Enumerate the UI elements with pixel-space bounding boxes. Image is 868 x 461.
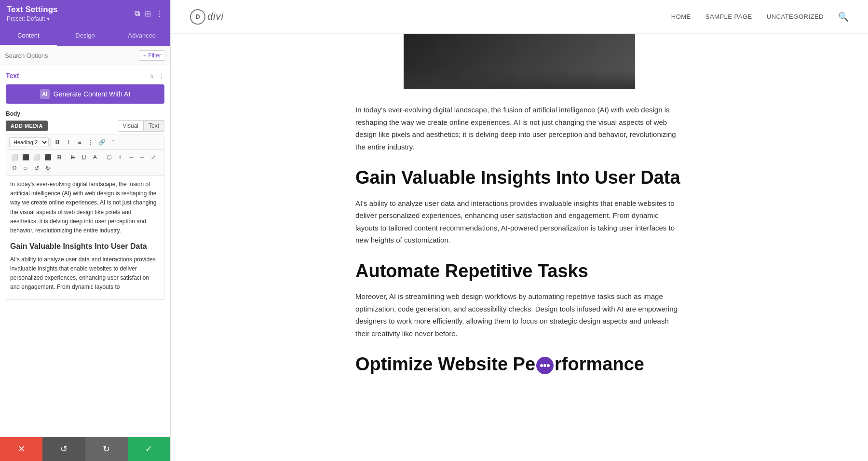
- preview-section-1-heading: Gain Valuable Insights Into User Data: [355, 167, 683, 189]
- copy-icon[interactable]: ⧉: [135, 9, 140, 18]
- redo-editor-button[interactable]: ↻: [42, 163, 53, 174]
- panel-tabs: Content Design Advanced: [0, 26, 170, 46]
- redo-button[interactable]: ↻: [85, 437, 128, 461]
- subscript-button[interactable]: ⬡: [104, 152, 114, 163]
- undo-editor-button[interactable]: ↺: [31, 163, 42, 174]
- preview-section-2-body: Moreover, AI is streamlining web design …: [355, 290, 683, 339]
- preview-area: In today's ever-evolving digital landsca…: [171, 34, 868, 461]
- preview-content: In today's ever-evolving digital landsca…: [336, 104, 703, 375]
- search-input[interactable]: [5, 52, 139, 59]
- table-button[interactable]: ⊞: [54, 152, 64, 163]
- italic-button[interactable]: I: [63, 137, 74, 148]
- preview-section-3-heading: Optimize Website Performance: [355, 354, 683, 375]
- editor-paragraph-1: In today's ever-evolving digital landsca…: [10, 180, 160, 235]
- site-header: D divi HOME SAMPLE PAGE UNCATEGORIZED 🔍: [171, 0, 868, 34]
- section-more-icon[interactable]: ⋮: [158, 72, 164, 80]
- preview-section-3-heading-text-2: rformance: [555, 354, 644, 374]
- more-icon[interactable]: ⋮: [156, 9, 163, 18]
- svg-point-1: [540, 364, 543, 367]
- editor-paragraph-2: AI's ability to analyze user data and in…: [10, 255, 160, 292]
- format-toolbar-row1: Heading 2 Paragraph Heading 1 Heading 3 …: [6, 135, 164, 150]
- cancel-button[interactable]: ✕: [0, 437, 42, 461]
- align-right-button[interactable]: ⬜: [31, 152, 42, 163]
- toolbar-separator-3: [102, 153, 102, 162]
- format-toolbar-row2: ⬜ ⬛ ⬜ ⬛ ⊞ S U A ⬡ T → ← ⤢ Ω ☺ ↺ ↻: [6, 150, 164, 176]
- link-button[interactable]: 🔗: [96, 137, 107, 148]
- logo-letter: D: [195, 13, 200, 20]
- color-button[interactable]: A: [90, 152, 100, 163]
- site-nav: HOME SAMPLE PAGE UNCATEGORIZED 🔍: [671, 12, 849, 22]
- svg-point-3: [547, 364, 550, 367]
- strikethrough-button[interactable]: S: [68, 152, 78, 163]
- ai-icon: AI: [40, 89, 50, 99]
- text-tab[interactable]: Text: [144, 120, 164, 132]
- align-center-button[interactable]: ⬛: [20, 152, 31, 163]
- heading-select[interactable]: Heading 2 Paragraph Heading 1 Heading 3: [9, 137, 49, 147]
- nav-sample-page[interactable]: SAMPLE PAGE: [705, 13, 752, 20]
- ordered-list-button[interactable]: ⋮: [85, 137, 96, 148]
- panel-title: Text Settings: [7, 5, 57, 14]
- section-icons: ∧ ⋮: [149, 72, 164, 80]
- add-media-button[interactable]: ADD MEDIA: [6, 121, 48, 131]
- editor-top-toolbar: ADD MEDIA Visual Text: [6, 120, 164, 132]
- panel-preset[interactable]: Preset: Default ▾: [7, 15, 57, 22]
- left-panel: Text Settings Preset: Default ▾ ⧉ ⊞ ⋮ Co…: [0, 0, 171, 461]
- tab-advanced[interactable]: Advanced: [113, 26, 170, 46]
- preview-section-2-heading: Automate Repetitive Tasks: [355, 261, 683, 282]
- preview-section-1-body: AI's ability to analyze user data and in…: [355, 197, 683, 246]
- tab-content[interactable]: Content: [0, 26, 57, 46]
- hero-image: [404, 34, 635, 89]
- visual-tab[interactable]: Visual: [118, 120, 144, 132]
- svg-point-2: [543, 364, 546, 367]
- quote-button[interactable]: ": [108, 137, 118, 148]
- logo-icon: D: [190, 9, 205, 25]
- editor-content[interactable]: In today's ever-evolving digital landsca…: [6, 176, 164, 299]
- site-logo: D divi: [190, 9, 224, 25]
- outdent-button[interactable]: ←: [137, 152, 148, 163]
- view-tabs: Visual Text: [118, 120, 164, 132]
- align-justify-button[interactable]: ⬛: [42, 152, 53, 163]
- special-char-button[interactable]: Ω: [9, 163, 20, 174]
- generate-ai-button[interactable]: AI Generate Content With AI: [6, 84, 164, 104]
- tab-design[interactable]: Design: [57, 26, 114, 46]
- ai-button-label: Generate Content With AI: [54, 90, 131, 98]
- grid-icon[interactable]: ⊞: [145, 9, 151, 18]
- preview-section-3-heading-text: Optimize Website Pe: [355, 354, 535, 374]
- unordered-list-button[interactable]: ≡: [74, 137, 85, 148]
- align-left-button[interactable]: ⬜: [9, 152, 20, 163]
- fullscreen-button[interactable]: ⤢: [148, 152, 159, 163]
- emoji-button[interactable]: ☺: [20, 163, 31, 174]
- nav-uncategorized[interactable]: UNCATEGORIZED: [767, 13, 824, 20]
- right-panel: D divi HOME SAMPLE PAGE UNCATEGORIZED 🔍 …: [171, 0, 868, 461]
- toolbar-separator-2: [66, 153, 66, 162]
- undo-button[interactable]: ↺: [42, 437, 85, 461]
- text-section-title: Text: [6, 72, 19, 80]
- logo-wordmark: divi: [207, 11, 224, 22]
- panel-header-text: Text Settings Preset: Default ▾: [7, 5, 57, 22]
- bold-button[interactable]: B: [52, 137, 63, 148]
- nav-home[interactable]: HOME: [671, 13, 691, 20]
- filter-button[interactable]: + Filter: [139, 50, 165, 61]
- panel-body: Text ∧ ⋮ AI Generate Content With AI Bod…: [0, 65, 170, 436]
- panel-search-bar: + Filter: [0, 46, 170, 65]
- indent-button[interactable]: →: [126, 152, 136, 163]
- preview-intro-paragraph: In today's ever-evolving digital landsca…: [355, 104, 683, 153]
- editor-heading: Gain Valuable Insights Into User Data: [10, 240, 160, 253]
- search-icon[interactable]: 🔍: [838, 12, 849, 22]
- save-button[interactable]: ✓: [128, 437, 170, 461]
- panel-bottom-actions: ✕ ↺ ↻ ✓: [0, 436, 170, 461]
- panel-header: Text Settings Preset: Default ▾ ⧉ ⊞ ⋮: [0, 0, 170, 26]
- body-label: Body: [6, 110, 164, 117]
- collapse-icon[interactable]: ∧: [149, 72, 154, 80]
- underline-button[interactable]: U: [79, 152, 89, 163]
- panel-header-icons: ⧉ ⊞ ⋮: [135, 9, 163, 18]
- toolbar-separator: [50, 138, 51, 147]
- text-section-header: Text ∧ ⋮: [6, 72, 164, 80]
- superscript-button[interactable]: T: [115, 152, 125, 163]
- editor-box: Heading 2 Paragraph Heading 1 Heading 3 …: [6, 135, 164, 300]
